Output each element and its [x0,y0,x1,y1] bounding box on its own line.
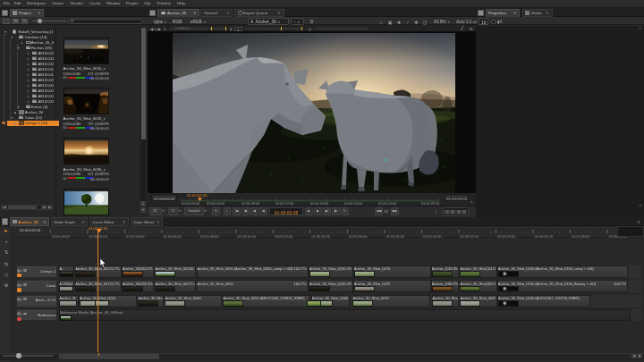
svg-text:01:00:22:00: 01:00:22:00 [460,234,479,239]
svg-text:01:00:10:00: 01:00:10:00 [237,234,256,239]
svg-text:01:00:16:00: 01:00:16:00 [349,234,368,239]
svg-text:01:00:08:00: 01:00:08:00 [200,234,219,239]
svg-text:01:00:26:00: 01:00:26:00 [534,234,553,239]
svg-text:01:00:06:00: 01:00:06:00 [163,234,182,239]
svg-text:01:00:20:00: 01:00:20:00 [423,234,442,239]
svg-text:01:00:04:00: 01:00:04:00 [126,234,145,239]
svg-text:01:00:14:00: 01:00:14:00 [311,234,330,239]
svg-text:01:00:18:00: 01:00:18:00 [386,234,404,239]
svg-text:01:00:28:00: 01:00:28:00 [572,234,590,239]
svg-text:01:00:12:00: 01:00:12:00 [275,234,293,239]
svg-text:01:00:00:00: 01:00:00:00 [52,234,71,239]
svg-text:01:00:24:00: 01:00:24:00 [497,234,516,239]
